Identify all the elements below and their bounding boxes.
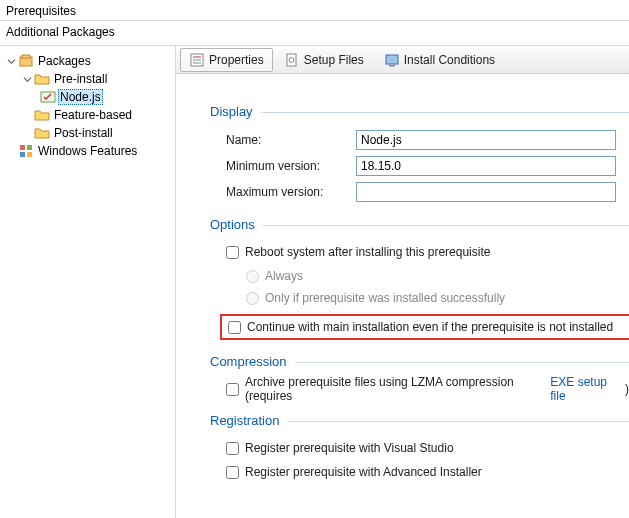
reboot-checkbox[interactable] xyxy=(226,246,239,259)
svg-rect-3 xyxy=(20,145,25,150)
tree-label: Post-install xyxy=(52,126,113,140)
svg-rect-1 xyxy=(22,55,30,58)
register-ai-label: Register prerequisite with Advanced Inst… xyxy=(245,465,482,479)
svg-rect-5 xyxy=(20,152,25,157)
continue-checkbox[interactable] xyxy=(228,321,241,334)
section-label: Options xyxy=(210,217,255,232)
register-vs-option[interactable]: Register prerequisite with Visual Studio xyxy=(226,438,629,458)
properties-icon xyxy=(189,52,205,68)
divider xyxy=(287,421,629,422)
max-version-field[interactable] xyxy=(356,182,616,202)
archive-close: ) xyxy=(625,382,629,396)
setup-files-icon xyxy=(284,52,300,68)
page-title-prerequisites: Prerequisites xyxy=(0,0,629,20)
archive-option[interactable]: Archive prerequisite files using LZMA co… xyxy=(226,379,629,399)
section-registration: Registration xyxy=(210,413,629,428)
archive-checkbox[interactable] xyxy=(226,383,239,396)
tree-label: Pre-install xyxy=(52,72,107,86)
folder-icon xyxy=(34,125,50,141)
tab-properties[interactable]: Properties xyxy=(180,48,273,72)
tree-label: Feature-based xyxy=(52,108,132,122)
section-options: Options xyxy=(210,217,629,232)
tree-item-post-install[interactable]: Post-install xyxy=(4,124,175,142)
name-label: Name: xyxy=(226,133,356,147)
svg-rect-13 xyxy=(386,55,398,64)
tree-item-nodejs[interactable]: Node.js xyxy=(4,88,175,106)
tab-setup-files[interactable]: Setup Files xyxy=(275,48,373,72)
exe-setup-link[interactable]: EXE setup file xyxy=(550,375,619,403)
tree-item-windows-features[interactable]: Windows Features xyxy=(4,142,175,160)
section-display: Display xyxy=(210,104,629,119)
tree-item-packages[interactable]: Packages xyxy=(4,52,175,70)
packages-icon xyxy=(18,53,34,69)
reboot-onlyif-radio xyxy=(246,292,259,305)
register-vs-checkbox[interactable] xyxy=(226,442,239,455)
tree-label: Packages xyxy=(36,54,91,68)
tree-label: Node.js xyxy=(58,89,103,105)
divider xyxy=(295,362,629,363)
reboot-label: Reboot system after installing this prer… xyxy=(245,245,490,259)
tree-item-pre-install[interactable]: Pre-install xyxy=(4,70,175,88)
tab-install-conditions[interactable]: Install Conditions xyxy=(375,48,504,72)
divider xyxy=(263,225,629,226)
reboot-onlyif-option: Only if prerequisite was installed succe… xyxy=(246,288,629,308)
reboot-always-label: Always xyxy=(265,269,303,283)
folder-icon xyxy=(34,71,50,87)
reboot-onlyif-label: Only if prerequisite was installed succe… xyxy=(265,291,505,305)
min-version-label: Minimum version: xyxy=(226,159,356,173)
svg-rect-6 xyxy=(27,152,32,157)
register-ai-checkbox[interactable] xyxy=(226,466,239,479)
windows-icon xyxy=(18,143,34,159)
register-vs-label: Register prerequisite with Visual Studio xyxy=(245,441,454,455)
archive-label: Archive prerequisite files using LZMA co… xyxy=(245,375,536,403)
name-field[interactable] xyxy=(356,130,616,150)
continue-label: Continue with main installation even if … xyxy=(247,320,613,334)
divider xyxy=(261,112,629,113)
min-version-field[interactable] xyxy=(356,156,616,176)
chevron-down-icon xyxy=(22,74,32,84)
max-version-label: Maximum version: xyxy=(226,185,356,199)
svg-rect-14 xyxy=(389,65,395,67)
section-label: Registration xyxy=(210,413,279,428)
prerequisite-icon xyxy=(40,89,56,105)
tab-label: Properties xyxy=(209,53,264,67)
tree-item-feature-based[interactable]: Feature-based xyxy=(4,106,175,124)
svg-rect-4 xyxy=(27,145,32,150)
svg-rect-11 xyxy=(287,54,296,66)
section-label: Compression xyxy=(210,354,287,369)
page-title-additional-packages: Additional Packages xyxy=(0,20,629,46)
tab-bar: Properties Setup Files Install Condition… xyxy=(176,46,629,74)
folder-icon xyxy=(34,107,50,123)
section-label: Display xyxy=(210,104,253,119)
tab-label: Install Conditions xyxy=(404,53,495,67)
tree-label: Windows Features xyxy=(36,144,137,158)
tab-label: Setup Files xyxy=(304,53,364,67)
section-compression: Compression xyxy=(210,354,629,369)
reboot-option[interactable]: Reboot system after installing this prer… xyxy=(226,242,629,262)
continue-option[interactable]: Continue with main installation even if … xyxy=(220,314,629,340)
chevron-down-icon xyxy=(6,56,16,66)
reboot-always-option: Always xyxy=(246,266,629,286)
install-conditions-icon xyxy=(384,52,400,68)
tree-sidebar: Packages Pre-install Node.js xyxy=(0,46,176,518)
reboot-always-radio xyxy=(246,270,259,283)
register-ai-option[interactable]: Register prerequisite with Advanced Inst… xyxy=(226,462,629,482)
